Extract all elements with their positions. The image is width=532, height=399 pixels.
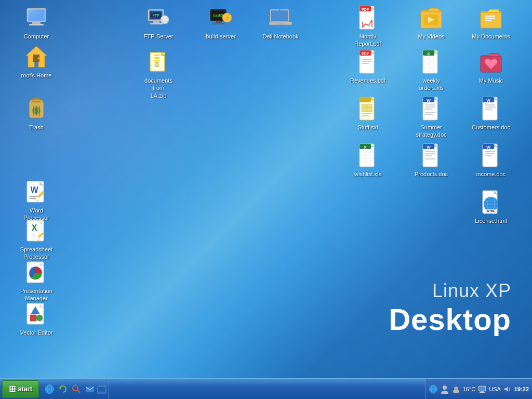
desktop-icon-dell-notebook[interactable]: Dell Notebook	[260, 5, 301, 41]
desktop-icon-roots-home[interactable]: root's Home	[16, 44, 57, 79]
desktop-icon-spreadsheet-processor[interactable]: X SpreadsheetProcessor	[16, 218, 57, 261]
home-icon	[24, 44, 49, 69]
desktop-icon-my-videos[interactable]: My Videos	[410, 5, 452, 41]
desktop-icon-documents-zip[interactable]: ZIP documents fromLA.zip	[138, 49, 179, 100]
desktop-icon-revenues[interactable]: PDF Revenues.pdf	[347, 49, 389, 85]
svg-rect-143	[485, 153, 495, 154]
taskbar: ⊞ start	[0, 378, 532, 399]
svg-rect-110	[425, 109, 432, 110]
my-music-label: My Music	[477, 76, 504, 85]
desktop-icon-my-music[interactable]: My Music	[470, 49, 512, 85]
dell-notebook-label: Dell Notebook	[261, 32, 300, 41]
svg-text:PDF: PDF	[362, 52, 369, 56]
svg-rect-46	[150, 23, 163, 24]
svg-text:X: X	[427, 51, 430, 56]
svg-text:W: W	[30, 185, 38, 194]
stuff-sxi-label: Stuff.sxi	[356, 123, 380, 131]
customers-doc-icon: W	[478, 96, 503, 121]
svg-text:W: W	[427, 98, 431, 103]
ql-search-icon[interactable]	[70, 383, 83, 395]
desktop-icon-license-html[interactable]: HTML License.html	[470, 190, 512, 225]
svg-rect-53	[216, 21, 222, 23]
svg-rect-76	[485, 16, 495, 17]
svg-rect-102	[362, 113, 372, 114]
taskbar-tray: 16°C USA 19:22	[425, 379, 532, 399]
my-documents-label: My Documents	[470, 32, 511, 41]
svg-text:bash$: bash$	[213, 14, 223, 17]
computer-label: Computer	[22, 32, 50, 41]
ql-refresh-icon[interactable]	[57, 383, 69, 395]
tray-volume-icon[interactable]	[503, 384, 512, 394]
ql-browser-icon[interactable]	[43, 383, 56, 395]
tray-weather-icon	[451, 384, 461, 394]
ql-email-icon[interactable]	[84, 383, 96, 395]
svg-rect-118	[485, 107, 495, 108]
desktop-icon-montly-report[interactable]: PDF Montly Report.pdf	[347, 5, 389, 48]
income-doc-label: income.doc	[475, 170, 507, 178]
stuff-sxi-icon	[355, 96, 380, 121]
presentation-manager-icon	[24, 260, 49, 285]
desktop-icon-my-documents[interactable]: My Documents	[470, 5, 512, 41]
svg-rect-45	[153, 21, 159, 23]
tray-time: 19:22	[514, 386, 529, 392]
svg-point-60	[279, 9, 281, 11]
svg-rect-166	[453, 390, 459, 393]
desktop-icon-stuff-sxi[interactable]: Stuff.sxi	[347, 96, 389, 131]
products-doc-icon: W	[419, 143, 444, 168]
svg-rect-119	[485, 109, 492, 110]
desktop-icon-customers-doc[interactable]: W Customers.doc	[470, 96, 512, 131]
svg-text:X: X	[32, 223, 37, 232]
branding-line2: Desktop	[389, 302, 511, 337]
my-videos-icon	[419, 5, 444, 30]
svg-rect-83	[362, 59, 372, 60]
desktop-icon-ftp-server[interactable]: FTP FTP-Server	[138, 5, 179, 41]
svg-point-164	[443, 385, 447, 390]
svg-rect-67	[154, 60, 159, 61]
trash-icon: $	[24, 96, 49, 121]
my-documents-icon	[478, 5, 503, 30]
zip-label: documents fromLA.zip	[138, 76, 179, 100]
tray-user	[440, 384, 449, 394]
svg-text:HTML: HTML	[487, 209, 495, 212]
my-music-icon	[478, 49, 503, 74]
quick-launch-area	[41, 379, 109, 399]
desktop-icon-word-processor[interactable]: W Word Processor	[16, 179, 57, 222]
svg-rect-98	[360, 97, 371, 102]
license-html-label: License.html	[473, 217, 509, 225]
tray-country: USA	[489, 386, 501, 392]
svg-rect-41	[30, 315, 36, 321]
build-server-label: build-server	[204, 32, 237, 41]
svg-text:W: W	[427, 145, 431, 150]
desktop-icon-products-doc[interactable]: W Products.doc	[410, 143, 452, 178]
desktop-icon-income-doc[interactable]: W income.doc	[470, 143, 512, 178]
desktop-icon-presentation-manager[interactable]: PresentationManager	[16, 260, 57, 303]
ql-taskbar-icon[interactable]	[97, 384, 107, 394]
revenues-label: Revenues.pdf	[349, 76, 387, 85]
desktop-icon-summer-strategy[interactable]: W Summerstrategy.doc	[410, 96, 452, 139]
svg-text:$: $	[35, 108, 38, 114]
start-button[interactable]: ⊞ start	[2, 380, 39, 398]
svg-rect-54	[212, 23, 225, 24]
svg-rect-59	[271, 10, 288, 21]
svg-rect-13	[32, 99, 41, 101]
svg-text:W: W	[486, 98, 490, 103]
start-icon: ⊞	[9, 384, 16, 394]
my-videos-label: My Videos	[416, 32, 446, 41]
desktop-icon-weekly-orders[interactable]: X weekly orders.xls	[410, 49, 452, 92]
svg-rect-112	[425, 114, 433, 115]
tray-globe	[429, 384, 438, 394]
svg-rect-135	[425, 153, 435, 154]
weekly-orders-icon: X	[419, 49, 444, 74]
svg-point-158	[73, 385, 78, 391]
desktop-icon-trash[interactable]: $ Trash	[16, 96, 57, 131]
ftp-server-icon: FTP	[146, 5, 171, 30]
desktop-icon-wishlist-xls[interactable]: X wishlist.xls	[347, 143, 389, 178]
svg-rect-109	[425, 107, 435, 108]
build-server-icon: bash$ !	[208, 5, 233, 30]
trash-label: Trash	[28, 123, 45, 131]
desktop-icon-vector-editor[interactable]: Vector Editor	[16, 301, 57, 337]
desktop-icon-build-server[interactable]: bash$ ! build-server	[200, 5, 242, 41]
svg-rect-103	[362, 115, 369, 116]
svg-text:PDF: PDF	[362, 8, 369, 11]
desktop-icon-computer[interactable]: Computer	[16, 5, 57, 41]
